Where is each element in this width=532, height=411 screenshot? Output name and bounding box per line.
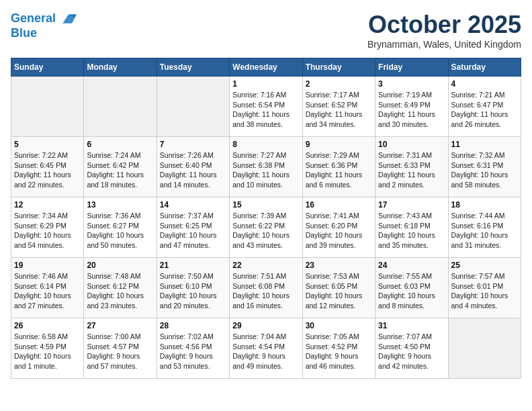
calendar-cell: 19Sunrise: 7:46 AM Sunset: 6:14 PM Dayli… — [11, 258, 84, 318]
calendar-table: SundayMondayTuesdayWednesdayThursdayFrid… — [11, 58, 521, 379]
day-number: 27 — [87, 321, 153, 330]
calendar-cell: 26Sunrise: 6:58 AM Sunset: 4:59 PM Dayli… — [11, 318, 84, 379]
day-number: 20 — [87, 261, 153, 270]
day-info: Sunrise: 7:53 AM Sunset: 6:05 PM Dayligh… — [306, 271, 372, 311]
logo: General Blue — [11, 11, 77, 40]
calendar-cell: 3Sunrise: 7:19 AM Sunset: 6:49 PM Daylig… — [375, 77, 448, 137]
day-info: Sunrise: 7:29 AM Sunset: 6:36 PM Dayligh… — [306, 150, 372, 190]
day-number: 21 — [160, 261, 226, 270]
day-number: 25 — [451, 261, 518, 270]
day-info: Sunrise: 7:46 AM Sunset: 6:14 PM Dayligh… — [14, 271, 81, 311]
title-block: October 2025 Brynamman, Wales, United Ki… — [367, 11, 521, 50]
calendar-cell: 30Sunrise: 7:05 AM Sunset: 4:52 PM Dayli… — [302, 318, 375, 379]
day-info: Sunrise: 7:39 AM Sunset: 6:22 PM Dayligh… — [232, 211, 299, 250]
calendar-cell: 31Sunrise: 7:07 AM Sunset: 4:50 PM Dayli… — [375, 318, 448, 379]
day-number: 26 — [14, 321, 81, 330]
month-title: October 2025 — [367, 11, 521, 39]
calendar-cell: 18Sunrise: 7:44 AM Sunset: 6:16 PM Dayli… — [448, 197, 521, 258]
day-number: 16 — [306, 200, 372, 210]
calendar-cell: 11Sunrise: 7:32 AM Sunset: 6:31 PM Dayli… — [448, 137, 521, 197]
day-number: 28 — [160, 321, 226, 330]
calendar-cell: 1Sunrise: 7:16 AM Sunset: 6:54 PM Daylig… — [230, 77, 302, 137]
day-info: Sunrise: 7:51 AM Sunset: 6:08 PM Dayligh… — [232, 271, 299, 311]
calendar-cell: 24Sunrise: 7:55 AM Sunset: 6:03 PM Dayli… — [375, 258, 448, 318]
calendar-cell — [157, 77, 229, 137]
day-number: 9 — [306, 140, 372, 149]
day-header-sunday: Sunday — [11, 58, 84, 77]
day-info: Sunrise: 7:50 AM Sunset: 6:10 PM Dayligh… — [160, 271, 226, 311]
day-number: 10 — [378, 140, 445, 149]
day-info: Sunrise: 7:07 AM Sunset: 4:50 PM Dayligh… — [378, 332, 445, 371]
calendar-cell: 28Sunrise: 7:02 AM Sunset: 4:56 PM Dayli… — [157, 318, 229, 379]
day-number: 18 — [451, 200, 518, 210]
calendar-cell: 9Sunrise: 7:29 AM Sunset: 6:36 PM Daylig… — [302, 137, 375, 197]
page-header: General Blue October 2025 Brynamman, Wal… — [11, 11, 521, 50]
calendar-cell: 21Sunrise: 7:50 AM Sunset: 6:10 PM Dayli… — [157, 258, 229, 318]
day-info: Sunrise: 7:44 AM Sunset: 6:16 PM Dayligh… — [451, 211, 518, 250]
day-info: Sunrise: 7:27 AM Sunset: 6:38 PM Dayligh… — [232, 150, 299, 190]
calendar-cell: 14Sunrise: 7:37 AM Sunset: 6:25 PM Dayli… — [157, 197, 229, 258]
calendar-cell: 15Sunrise: 7:39 AM Sunset: 6:22 PM Dayli… — [230, 197, 302, 258]
calendar-cell: 25Sunrise: 7:57 AM Sunset: 6:01 PM Dayli… — [448, 258, 521, 318]
logo-icon — [60, 11, 77, 27]
day-number: 1 — [232, 79, 299, 89]
day-info: Sunrise: 7:17 AM Sunset: 6:52 PM Dayligh… — [306, 90, 372, 130]
header-row: SundayMondayTuesdayWednesdayThursdayFrid… — [11, 58, 521, 77]
calendar-cell — [84, 77, 157, 137]
day-header-tuesday: Tuesday — [157, 58, 229, 77]
day-number: 24 — [378, 261, 445, 270]
calendar-cell: 7Sunrise: 7:26 AM Sunset: 6:40 PM Daylig… — [157, 137, 229, 197]
calendar-cell: 29Sunrise: 7:04 AM Sunset: 4:54 PM Dayli… — [230, 318, 302, 379]
day-info: Sunrise: 7:04 AM Sunset: 4:54 PM Dayligh… — [232, 332, 299, 371]
day-info: Sunrise: 7:36 AM Sunset: 6:27 PM Dayligh… — [87, 211, 153, 250]
day-number: 22 — [232, 261, 299, 270]
calendar-cell: 17Sunrise: 7:43 AM Sunset: 6:18 PM Dayli… — [375, 197, 448, 258]
calendar-cell: 6Sunrise: 7:24 AM Sunset: 6:42 PM Daylig… — [84, 137, 157, 197]
day-info: Sunrise: 7:41 AM Sunset: 6:20 PM Dayligh… — [306, 211, 372, 250]
calendar-cell: 20Sunrise: 7:48 AM Sunset: 6:12 PM Dayli… — [84, 258, 157, 318]
calendar-cell: 12Sunrise: 7:34 AM Sunset: 6:29 PM Dayli… — [11, 197, 84, 258]
day-info: Sunrise: 7:48 AM Sunset: 6:12 PM Dayligh… — [87, 271, 153, 311]
day-number: 11 — [451, 140, 518, 149]
week-row-3: 12Sunrise: 7:34 AM Sunset: 6:29 PM Dayli… — [11, 197, 521, 258]
day-info: Sunrise: 7:19 AM Sunset: 6:49 PM Dayligh… — [378, 90, 445, 130]
day-info: Sunrise: 7:00 AM Sunset: 4:57 PM Dayligh… — [87, 332, 153, 371]
calendar-cell: 27Sunrise: 7:00 AM Sunset: 4:57 PM Dayli… — [84, 318, 157, 379]
day-number: 31 — [378, 321, 445, 330]
day-number: 2 — [306, 79, 372, 89]
calendar-cell: 5Sunrise: 7:22 AM Sunset: 6:45 PM Daylig… — [11, 137, 84, 197]
logo-blue: Blue — [11, 27, 77, 40]
calendar-cell: 8Sunrise: 7:27 AM Sunset: 6:38 PM Daylig… — [230, 137, 302, 197]
week-row-5: 26Sunrise: 6:58 AM Sunset: 4:59 PM Dayli… — [11, 318, 521, 379]
day-number: 29 — [232, 321, 299, 330]
day-number: 6 — [87, 140, 153, 149]
day-header-wednesday: Wednesday — [230, 58, 302, 77]
day-info: Sunrise: 7:21 AM Sunset: 6:47 PM Dayligh… — [451, 90, 518, 130]
calendar-cell: 10Sunrise: 7:31 AM Sunset: 6:33 PM Dayli… — [375, 137, 448, 197]
day-info: Sunrise: 7:31 AM Sunset: 6:33 PM Dayligh… — [378, 150, 445, 190]
day-number: 8 — [232, 140, 299, 149]
calendar-cell — [448, 318, 521, 379]
day-info: Sunrise: 7:26 AM Sunset: 6:40 PM Dayligh… — [160, 150, 226, 190]
subtitle: Brynamman, Wales, United Kingdom — [367, 39, 521, 50]
day-header-saturday: Saturday — [448, 58, 521, 77]
day-info: Sunrise: 7:55 AM Sunset: 6:03 PM Dayligh… — [378, 271, 445, 311]
day-header-thursday: Thursday — [302, 58, 375, 77]
day-info: Sunrise: 7:16 AM Sunset: 6:54 PM Dayligh… — [232, 90, 299, 130]
week-row-2: 5Sunrise: 7:22 AM Sunset: 6:45 PM Daylig… — [11, 137, 521, 197]
day-info: Sunrise: 7:57 AM Sunset: 6:01 PM Dayligh… — [451, 271, 518, 311]
day-number: 7 — [160, 140, 226, 149]
logo-text: General — [11, 11, 77, 27]
day-number: 13 — [87, 200, 153, 210]
day-number: 3 — [378, 79, 445, 89]
day-header-friday: Friday — [375, 58, 448, 77]
day-number: 14 — [160, 200, 226, 210]
week-row-4: 19Sunrise: 7:46 AM Sunset: 6:14 PM Dayli… — [11, 258, 521, 318]
day-number: 5 — [14, 140, 81, 149]
day-number: 12 — [14, 200, 81, 210]
calendar-cell: 16Sunrise: 7:41 AM Sunset: 6:20 PM Dayli… — [302, 197, 375, 258]
day-info: Sunrise: 7:34 AM Sunset: 6:29 PM Dayligh… — [14, 211, 81, 250]
day-info: Sunrise: 7:05 AM Sunset: 4:52 PM Dayligh… — [306, 332, 372, 371]
day-info: Sunrise: 7:37 AM Sunset: 6:25 PM Dayligh… — [160, 211, 226, 250]
day-number: 23 — [306, 261, 372, 270]
